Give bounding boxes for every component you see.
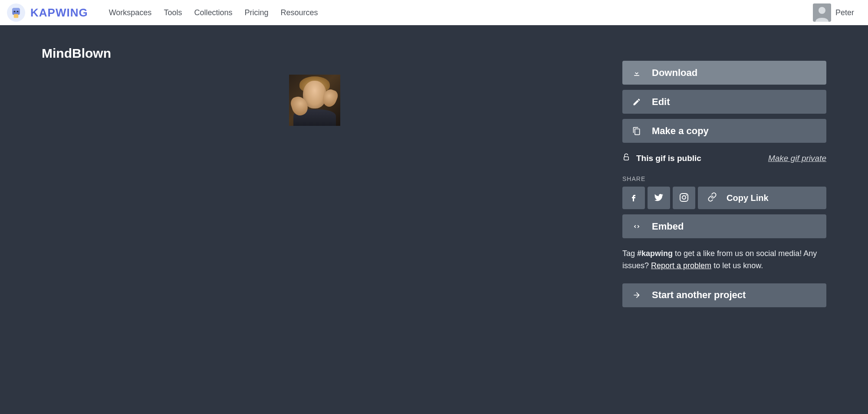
top-nav: Workspaces Tools Collections Pricing Res… bbox=[109, 8, 318, 17]
pencil-icon bbox=[632, 98, 641, 106]
twitter-icon bbox=[654, 192, 664, 204]
unlock-icon bbox=[622, 153, 630, 163]
code-icon bbox=[632, 222, 641, 231]
copy-link-button[interactable]: Copy Link bbox=[698, 187, 826, 209]
edit-button[interactable]: Edit bbox=[622, 90, 826, 114]
left-column: MindBlown bbox=[42, 46, 588, 388]
facebook-icon bbox=[628, 192, 639, 204]
svg-point-3 bbox=[17, 11, 19, 13]
avatar bbox=[813, 3, 831, 22]
svg-rect-7 bbox=[624, 157, 629, 160]
arrow-right-icon bbox=[632, 291, 641, 299]
make-copy-label: Make a copy bbox=[652, 125, 709, 137]
download-button[interactable]: Download bbox=[622, 61, 826, 85]
embed-label: Embed bbox=[652, 221, 684, 232]
right-column: Download Edit Make a copy This gif is pu… bbox=[622, 61, 826, 388]
svg-point-10 bbox=[686, 194, 687, 196]
tagline: Tag #kapwing to get a like from us on so… bbox=[622, 248, 826, 272]
share-label: SHARE bbox=[622, 175, 826, 182]
share-facebook[interactable] bbox=[622, 187, 645, 209]
make-copy-button[interactable]: Make a copy bbox=[622, 119, 826, 143]
make-private-link[interactable]: Make gif private bbox=[768, 154, 826, 163]
share-instagram[interactable] bbox=[673, 187, 695, 209]
nav-tools[interactable]: Tools bbox=[164, 8, 182, 17]
svg-point-9 bbox=[682, 196, 686, 199]
download-label: Download bbox=[652, 67, 697, 79]
copy-icon bbox=[632, 127, 641, 135]
nav-collections[interactable]: Collections bbox=[194, 8, 232, 17]
nav-resources[interactable]: Resources bbox=[280, 8, 318, 17]
svg-rect-4 bbox=[14, 14, 19, 18]
user-menu[interactable]: Peter bbox=[813, 3, 861, 22]
project-title: MindBlown bbox=[42, 46, 588, 61]
username: Peter bbox=[835, 8, 854, 17]
visibility-text: This gif is public bbox=[636, 154, 701, 163]
svg-point-6 bbox=[819, 7, 825, 14]
link-icon bbox=[707, 192, 717, 204]
brand-block[interactable]: KAPWING bbox=[7, 3, 88, 22]
nav-pricing[interactable]: Pricing bbox=[244, 8, 268, 17]
header: KAPWING Workspaces Tools Collections Pri… bbox=[0, 0, 868, 25]
svg-point-2 bbox=[14, 11, 16, 13]
svg-rect-1 bbox=[12, 8, 20, 11]
edit-label: Edit bbox=[652, 96, 670, 108]
share-row: Copy Link bbox=[622, 187, 826, 209]
main: MindBlown Download Edit bbox=[0, 25, 868, 414]
start-another-label: Start another project bbox=[652, 289, 746, 301]
instagram-icon bbox=[679, 192, 689, 204]
embed-button[interactable]: Embed bbox=[622, 214, 826, 238]
visibility-row: This gif is public Make gif private bbox=[622, 153, 826, 163]
start-another-button[interactable]: Start another project bbox=[622, 283, 826, 307]
copy-link-label: Copy Link bbox=[727, 193, 769, 203]
nav-workspaces[interactable]: Workspaces bbox=[109, 8, 152, 17]
brand-text: KAPWING bbox=[30, 6, 88, 20]
share-twitter[interactable] bbox=[648, 187, 670, 209]
report-problem-link[interactable]: Report a problem bbox=[651, 261, 711, 270]
logo-icon bbox=[7, 3, 25, 22]
project-preview[interactable] bbox=[289, 75, 340, 126]
hashtag: #kapwing bbox=[637, 249, 673, 258]
download-icon bbox=[632, 69, 641, 77]
